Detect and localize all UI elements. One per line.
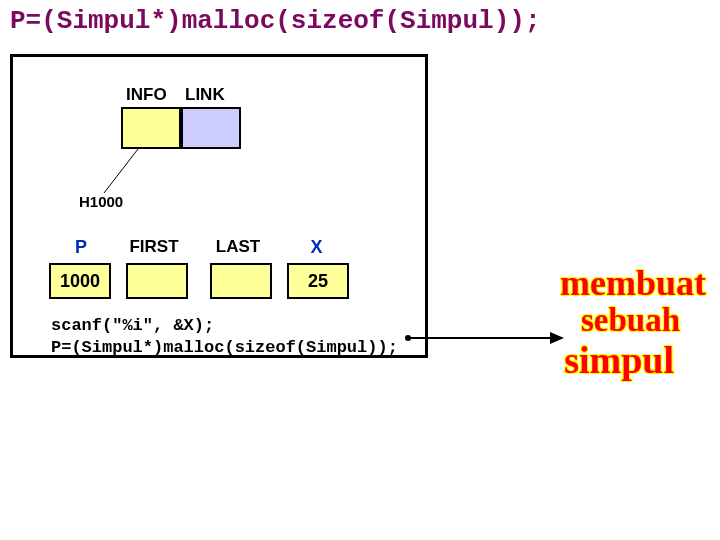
var-header-last: LAST (203, 237, 273, 257)
var-header-p: P (51, 237, 111, 258)
node-header-link: LINK (185, 85, 225, 105)
headline-code: P=(Simpul*)malloc(sizeof(Simpul)); (10, 6, 541, 36)
diagram-frame: INFO LINK H1000 P FIRST LAST X 1000 25 s… (10, 54, 428, 358)
var-header-x: X (289, 237, 344, 258)
node-header-info: INFO (126, 85, 167, 105)
tagline-word-1: membuat (560, 262, 706, 304)
var-cell-x: 25 (287, 263, 349, 299)
svg-line-0 (104, 149, 138, 193)
svg-marker-3 (550, 332, 564, 344)
node-cell-info (121, 107, 181, 149)
var-cell-first (126, 263, 188, 299)
var-cell-last (210, 263, 272, 299)
node-address: H1000 (79, 193, 123, 210)
pointer-line (100, 149, 150, 193)
node-cell-link (181, 107, 241, 149)
code-block: scanf("%i", &X); P=(Simpul*)malloc(sizeo… (51, 315, 398, 359)
arrow-icon (404, 328, 564, 348)
var-header-first: FIRST (119, 237, 189, 257)
tagline-word-2: sebuah (581, 302, 680, 339)
tagline-word-3: simpul (564, 338, 674, 382)
var-cell-p: 1000 (49, 263, 111, 299)
